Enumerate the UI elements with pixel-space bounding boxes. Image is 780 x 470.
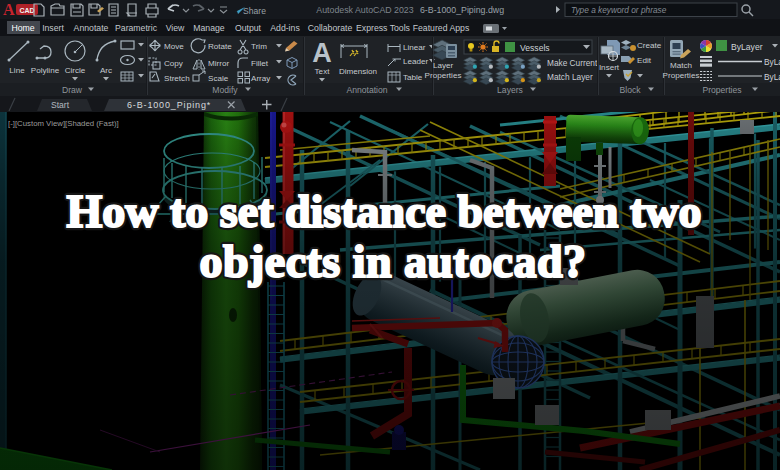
svg-text:ByLay: ByLay [764, 72, 780, 82]
svg-text:Insert: Insert [42, 23, 64, 33]
svg-text:Modify: Modify [212, 85, 238, 95]
svg-text:Leader: Leader [403, 57, 429, 66]
svg-text:Move: Move [164, 42, 184, 51]
svg-text:6-B-1000_Piping*: 6-B-1000_Piping* [127, 100, 211, 110]
svg-text:A: A [312, 38, 332, 68]
svg-text:ByLay: ByLay [764, 57, 780, 67]
svg-text:Annotate: Annotate [74, 23, 109, 33]
svg-text:Create: Create [637, 41, 662, 50]
svg-text:Properties: Properties [663, 71, 700, 80]
svg-text:Properties: Properties [425, 71, 462, 80]
svg-text:Stretch: Stretch [164, 74, 190, 83]
svg-text:Block: Block [619, 85, 641, 95]
svg-text:Express Tools: Express Tools [356, 23, 411, 33]
svg-text:Match Layer: Match Layer [547, 72, 593, 82]
svg-text:A: A [3, 1, 15, 18]
svg-text:Mirror: Mirror [208, 59, 229, 68]
svg-text:Scale: Scale [208, 74, 229, 83]
svg-text:Annotation: Annotation [346, 85, 387, 95]
svg-text:Share: Share [243, 6, 266, 16]
svg-text:Layer: Layer [433, 61, 454, 70]
svg-text:How to set distance between tw: How to set distance between two [67, 186, 702, 237]
svg-text:Polyline: Polyline [31, 66, 60, 75]
svg-text:Collaborate: Collaborate [308, 23, 353, 33]
svg-text:[-][Custom View][Shaded (Fast): [-][Custom View][Shaded (Fast)] [8, 119, 119, 128]
svg-text:Dimension: Dimension [339, 67, 377, 76]
svg-text:Properties: Properties [702, 85, 741, 95]
svg-text:Arc: Arc [100, 66, 112, 75]
svg-text:Array: Array [251, 74, 271, 83]
svg-text:ByLayer: ByLayer [731, 42, 763, 52]
svg-text:Layers: Layers [497, 85, 523, 95]
svg-text:Parametric: Parametric [115, 23, 158, 33]
svg-text:Match: Match [670, 61, 692, 70]
svg-text:Home: Home [11, 23, 34, 33]
svg-text:Start: Start [51, 100, 70, 110]
svg-text:Type a keyword or phrase: Type a keyword or phrase [571, 5, 667, 15]
svg-text:Table: Table [403, 73, 423, 82]
svg-text:Autodesk AutoCAD 2023: Autodesk AutoCAD 2023 [316, 5, 413, 15]
svg-text:Rotate: Rotate [208, 42, 232, 51]
svg-text:Manage: Manage [193, 23, 225, 33]
svg-text:6-B-1000_Piping.dwg: 6-B-1000_Piping.dwg [420, 5, 504, 15]
svg-text:Insert: Insert [599, 63, 620, 72]
svg-text:CAD: CAD [19, 7, 34, 14]
svg-text:Text: Text [315, 67, 331, 76]
svg-text:Fillet: Fillet [251, 59, 269, 68]
svg-text:Output: Output [235, 23, 262, 33]
svg-text:Make Current: Make Current [547, 58, 598, 68]
svg-text:Copy: Copy [164, 59, 184, 68]
svg-text:Circle: Circle [65, 66, 86, 75]
svg-text:objects in autocad?: objects in autocad? [200, 236, 587, 287]
svg-text:Add-ins: Add-ins [270, 23, 300, 33]
svg-text:Draw: Draw [62, 85, 83, 95]
svg-text:View: View [166, 23, 185, 33]
svg-text:Linear: Linear [403, 43, 426, 52]
svg-text:Trim: Trim [251, 42, 267, 51]
svg-text:Edit: Edit [637, 56, 652, 65]
svg-text:Featured Apps: Featured Apps [413, 23, 470, 33]
svg-text:Vessels: Vessels [520, 43, 550, 53]
svg-text:Line: Line [9, 66, 25, 75]
